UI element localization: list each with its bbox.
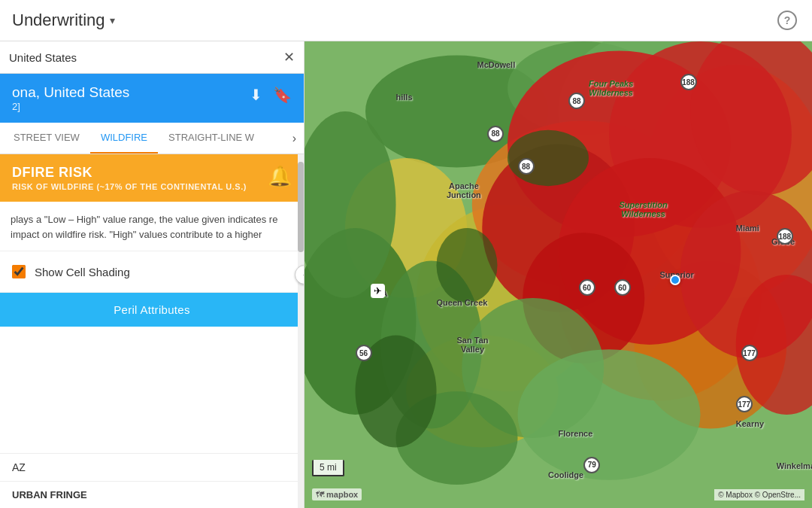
bottom-info: AZ	[0, 453, 304, 481]
bookmark-icon[interactable]: 🔖	[273, 86, 292, 104]
risk-description-text: plays a "Low – High" value range, the va…	[11, 214, 277, 240]
zone-label: URBAN FRINGE	[0, 481, 304, 508]
route-badge-79: 79	[583, 457, 600, 473]
cell-shading-checkbox[interactable]	[12, 265, 26, 278]
tab-street-view[interactable]: STREET VIEW	[3, 123, 90, 154]
location-code: 2]	[12, 101, 129, 112]
zone-text: URBAN FRINGE	[12, 489, 87, 500]
help-button[interactable]: ?	[777, 11, 797, 30]
location-actions: ⬇ 🔖	[250, 86, 292, 104]
main-layout: ✕ ona, United States 2] ⬇ 🔖 STREET VIEW …	[0, 41, 812, 508]
route-badge-188-2: 188	[777, 228, 793, 245]
app-title-text: Underwriting	[12, 11, 105, 30]
tab-straight-line[interactable]: STRAIGHT-LINE W	[158, 123, 265, 154]
tab-wildfire[interactable]: WILDFIRE	[90, 123, 158, 154]
map-scale: 5 mi	[312, 460, 344, 476]
route-badge-177-1: 177	[741, 345, 758, 361]
svg-point-22	[518, 349, 701, 480]
route-badge-60-1: 60	[579, 279, 595, 296]
download-icon[interactable]: ⬇	[250, 86, 262, 104]
map-svg	[304, 41, 812, 508]
peril-attributes-button[interactable]: Peril Attributes	[0, 293, 304, 327]
location-name: ona, United States	[12, 84, 129, 101]
route-badge-56: 56	[356, 345, 372, 361]
wildfire-icon: 🔔	[268, 165, 292, 188]
risk-banner: DFIRE RISK RISK OF WILDFIRE (~17% OF THE…	[0, 154, 304, 202]
map-credit-text: © Mapbox © OpenStre...	[718, 491, 801, 499]
risk-description: plays a "Low – High" value range, the va…	[0, 202, 304, 251]
route-badge-88-3: 88	[518, 158, 535, 175]
clear-search-icon[interactable]: ✕	[283, 49, 295, 65]
risk-info: DFIRE RISK RISK OF WILDFIRE (~17% OF THE…	[12, 165, 247, 191]
scroll-bar[interactable]	[298, 154, 304, 508]
selected-location-point	[670, 275, 680, 285]
airport-icon: ✈	[371, 284, 385, 298]
tab-arrow-icon[interactable]: ›	[288, 126, 301, 151]
mapbox-logo: 🗺 mapbox	[312, 488, 362, 500]
tabs-bar: STREET VIEW WILDFIRE STRAIGHT-LINE W ›	[0, 123, 304, 154]
header: Underwriting ▾ ?	[0, 0, 812, 41]
title-chevron[interactable]: ▾	[110, 14, 115, 26]
location-header: ona, United States 2] ⬇ 🔖	[0, 74, 304, 123]
cell-shading-label[interactable]: Show Cell Shading	[35, 266, 130, 278]
cell-shading-section: Show Cell Shading	[0, 251, 304, 293]
scroll-thumb[interactable]	[298, 162, 304, 252]
search-input[interactable]	[9, 51, 277, 64]
left-panel: ✕ ona, United States 2] ⬇ 🔖 STREET VIEW …	[0, 41, 304, 508]
svg-point-25	[508, 130, 589, 186]
svg-point-26	[437, 228, 498, 303]
route-badge-60-2: 60	[614, 279, 631, 296]
search-bar: ✕	[0, 41, 304, 74]
route-badge-88-2: 88	[487, 126, 504, 142]
map-area[interactable]: Four PeaksWilderness McDowell hills Apac…	[304, 41, 812, 508]
route-badge-177-2: 177	[736, 396, 753, 412]
map-scale-text: 5 mi	[320, 462, 337, 473]
app-title: Underwriting ▾	[12, 11, 115, 30]
risk-subtitle: RISK OF WILDFIRE (~17% OF THE CONTINENTA…	[12, 182, 247, 191]
location-info: ona, United States 2]	[12, 84, 129, 112]
risk-title: DFIRE RISK	[12, 165, 247, 181]
map-credit: © Mapbox © OpenStre...	[714, 489, 804, 500]
state-label: AZ	[12, 461, 26, 473]
route-badge-188-1: 188	[680, 74, 697, 90]
